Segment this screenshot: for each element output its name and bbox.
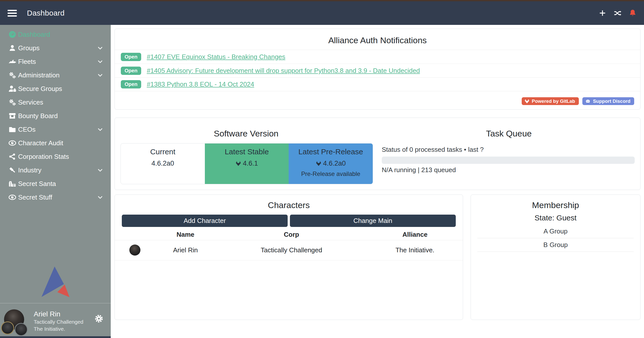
- sidebar-item-secret-stuff[interactable]: Secret Stuff: [0, 190, 111, 204]
- sidebar-footer-strip: [0, 336, 111, 338]
- group-list-item: A Group: [477, 225, 634, 238]
- cell-character-alliance: The Initiative.: [367, 240, 463, 260]
- sidebar-item-label: Bounty Board: [18, 112, 58, 120]
- sidebar-item-character-audit[interactable]: Character Audit: [0, 136, 111, 150]
- sidebar-item-services[interactable]: Services: [0, 95, 111, 109]
- task-queue-summary: N/A running | 213 queued: [382, 166, 635, 174]
- menu-toggle-button[interactable]: [8, 10, 17, 17]
- folder-icon: [7, 125, 18, 133]
- chevron-down-icon: [97, 72, 104, 79]
- user-settings-gear-icon[interactable]: [95, 314, 103, 323]
- share-icon: [7, 153, 18, 160]
- version-stable-cell: Latest Stable 4.6.1: [205, 143, 289, 184]
- sidebar-item-label: Secret Santa: [18, 180, 56, 188]
- column-header-alliance: Alliance: [367, 229, 463, 240]
- sidebar-item-bounty-board[interactable]: Bounty Board: [0, 109, 111, 123]
- sidebar-item-label: CEOs: [18, 126, 35, 133]
- sidebar-item-label: Services: [18, 99, 43, 106]
- status-badge: Open: [121, 67, 141, 75]
- add-character-button[interactable]: Add Character: [122, 215, 288, 227]
- user-icon: [7, 44, 18, 52]
- corp-logo-badge: [1, 321, 14, 334]
- sidebar-item-dashboard[interactable]: Dashboard: [0, 28, 111, 41]
- main-content: Alliance Auth Notifications Open #1407 E…: [111, 25, 644, 338]
- user-lock-icon: [7, 85, 18, 93]
- sidebar-item-label: Secure Groups: [18, 85, 62, 93]
- sidebar-item-label: Industry: [18, 166, 42, 174]
- notification-link[interactable]: #1383 Python 3.8 EOL - 14 Oct 2024: [147, 80, 254, 88]
- sidebar-item-label: Secret Stuff: [18, 194, 52, 201]
- chevron-down-icon: [97, 194, 104, 201]
- change-main-button[interactable]: Change Main: [290, 215, 456, 227]
- add-icon[interactable]: [599, 9, 606, 17]
- membership-panel: Membership State: Guest A Group B Group: [471, 195, 640, 320]
- user-panel: Ariel Rin Tactically Challenged The Init…: [0, 303, 111, 336]
- powered-by-gitlab-badge[interactable]: Powered by GitLab: [522, 97, 579, 105]
- badge-label: Powered by GitLab: [532, 99, 575, 104]
- alliance-logo-badge: [15, 323, 28, 336]
- status-badge: Open: [121, 53, 141, 61]
- software-version-section: Software Version Current 4.6.2a0 Latest …: [115, 123, 377, 184]
- chevron-down-icon: [97, 58, 104, 65]
- sidebar-item-ceos[interactable]: CEOs: [0, 123, 111, 136]
- column-header-name: Name: [155, 229, 216, 240]
- sidebar-item-label: Fleets: [18, 58, 36, 66]
- sidebar-item-administration[interactable]: Administration: [0, 68, 111, 82]
- table-row: Ariel Rin Tactically Challenged The Init…: [115, 240, 463, 260]
- task-queue-status: Status of 0 processed tasks • last ?: [382, 146, 635, 154]
- sidebar-item-industry[interactable]: Industry: [0, 163, 111, 177]
- sidebar-item-corporation-stats[interactable]: Corporation Stats: [0, 150, 111, 163]
- software-taskqueue-panel: Software Version Current 4.6.2a0 Latest …: [115, 118, 640, 190]
- gitlab-icon: [316, 161, 321, 166]
- notification-link[interactable]: #1405 Advisory: Future development will …: [147, 67, 420, 75]
- gears-icon: [7, 71, 18, 79]
- status-badge: Open: [121, 80, 141, 88]
- support-discord-badge[interactable]: Support Discord: [582, 97, 634, 105]
- dashboard-icon: [7, 30, 18, 38]
- chevron-down-icon: [97, 167, 104, 174]
- jet-icon: [7, 58, 18, 66]
- version-cell-label: Latest Stable: [205, 148, 289, 156]
- user-avatar: [4, 309, 29, 336]
- chevron-down-icon: [97, 44, 104, 52]
- notification-bell-icon[interactable]: [629, 9, 636, 17]
- alliance-auth-logo: [0, 266, 111, 298]
- sidebar-item-groups[interactable]: Groups: [0, 41, 111, 55]
- group-list-item: B Group: [477, 238, 634, 252]
- notification-item: Open #1407 EVE Equinox Status - Breaking…: [115, 50, 640, 64]
- eye-icon: [7, 139, 18, 147]
- version-prerelease-cell: Latest Pre-Release 4.6.2a0 Pre-Release a…: [289, 143, 373, 184]
- task-progress-bar: [382, 157, 635, 164]
- notifications-panel: Alliance Auth Notifications Open #1407 E…: [115, 29, 640, 110]
- discord-icon: [585, 99, 591, 104]
- gitlab-icon: [236, 161, 241, 166]
- cell-character-corp: Tactically Challenged: [216, 240, 367, 260]
- sidebar-item-label: Character Audit: [18, 139, 63, 147]
- gears-icon: [7, 98, 18, 106]
- sidebar-item-secure-groups[interactable]: Secure Groups: [0, 82, 111, 95]
- sidebar-item-secret-santa[interactable]: Secret Santa: [0, 177, 111, 190]
- characters-panel: Characters Add Character Change Main Nam…: [115, 195, 463, 320]
- user-name: Ariel Rin: [34, 310, 83, 318]
- task-queue-title: Task Queue: [377, 123, 640, 138]
- user-alliance: The Initiative.: [34, 325, 83, 332]
- store-icon: [7, 112, 18, 120]
- sidebar-item-fleets[interactable]: Fleets: [0, 55, 111, 68]
- badge-label: Support Discord: [593, 99, 630, 104]
- version-number: 4.6.2a0: [151, 160, 174, 167]
- version-number: 4.6.2a0: [323, 160, 346, 167]
- version-card: Current 4.6.2a0 Latest Stable 4.6.1: [121, 143, 373, 184]
- hammer-icon: [7, 166, 18, 174]
- version-current-cell: Current 4.6.2a0: [121, 143, 205, 184]
- sidebar-item-label: Corporation Stats: [18, 153, 69, 161]
- task-queue-section: Task Queue Status of 0 processed tasks •…: [377, 123, 640, 184]
- notification-link[interactable]: #1407 EVE Equinox Status - Breaking Chan…: [147, 53, 285, 61]
- shuffle-icon[interactable]: [613, 9, 622, 17]
- characters-table: Name Corp Alliance Ariel Rin Tactically …: [115, 229, 463, 260]
- page-title: Dashboard: [27, 9, 64, 17]
- sidebar-item-label: Administration: [18, 71, 60, 79]
- characters-title: Characters: [115, 195, 463, 210]
- user-corp: Tactically Challenged: [34, 318, 83, 325]
- gifts-icon: [7, 180, 18, 188]
- version-cell-label: Latest Pre-Release: [289, 148, 373, 156]
